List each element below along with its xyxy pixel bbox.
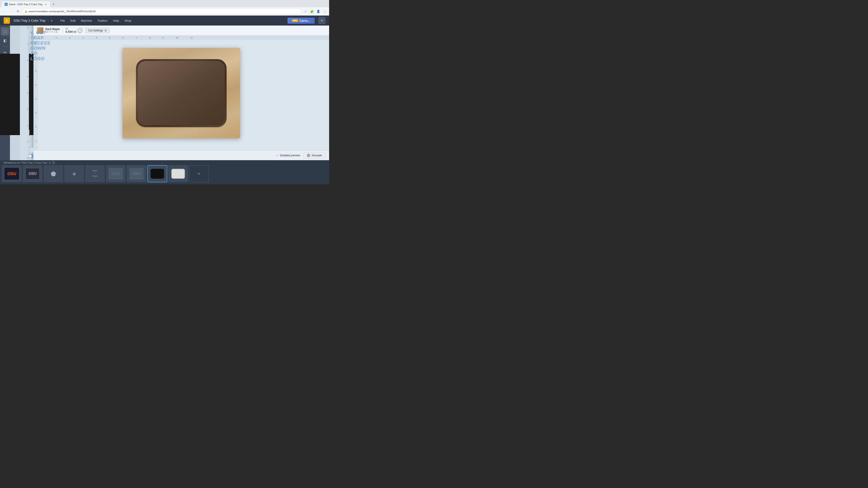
main-content: ⬚ ◧ ✏ ◎ T 🍎 ⬡ ⬒ 4. CUT TRAY RECESS DOWN … (0, 26, 329, 160)
header-nav: File Edit Machine Toolbox Help Shop (58, 18, 133, 23)
profile-icon[interactable]: 👤 (315, 8, 321, 14)
thumb-text-5: OSU🔹TRAY (92, 170, 97, 177)
app-header: E OSU Tray 2 Color Tray ☆ ⊕ File Edit Ma… (0, 15, 329, 26)
wood-board (123, 48, 240, 138)
right-panel: Hard Maple 10 × 7 × 1 in Bit 0.500 in + … (33, 26, 329, 160)
thumb-logo-1: OSU (7, 171, 16, 176)
wood-recess (136, 59, 226, 127)
logo-text: E (6, 19, 7, 22)
bit-text: Bit 0.500 in (66, 28, 76, 33)
nav-edit[interactable]: Edit (68, 18, 78, 23)
tab-bar: E Easel - OSU Tray 2 Color Tray ✕ + (0, 0, 329, 7)
ruler-mark-6: 6 (27, 59, 28, 61)
add-workpiece-button[interactable]: + (189, 165, 209, 182)
workpiece-thumb-5[interactable]: OSU🔹TRAY (85, 165, 105, 182)
bit-value: 0.500 in (66, 30, 76, 33)
carve-label: Carve... (300, 19, 310, 22)
thumb-inner-6: OSU (108, 168, 123, 180)
workpiece-thumb-6[interactable]: OSU (106, 165, 126, 182)
simulate-play-icon (307, 154, 310, 157)
nav-machine[interactable]: Machine (79, 18, 94, 23)
dropdown-icon[interactable]: ▾ (49, 161, 51, 164)
gear-icon: ⚙ (104, 29, 107, 32)
bit-info: Bit 0.500 in + (63, 28, 83, 33)
preview-footer: ✓ Detailed preview Simulate (33, 151, 329, 160)
workpiece-thumb-7[interactable]: OSU (127, 165, 147, 182)
star-icon[interactable]: ☆ (47, 19, 49, 22)
project-name: OSU Tray 2 Color Tray (13, 19, 46, 22)
nav-shop[interactable]: Shop (122, 18, 133, 23)
nav-help[interactable]: Help (111, 18, 121, 23)
thumb-inner-9 (171, 169, 185, 179)
workpiece-thumb-9[interactable] (168, 165, 188, 182)
shape-tool-button[interactable]: ◧ (1, 36, 9, 44)
preview-ruler-top: 01234567891011 (33, 35, 329, 40)
add-icon: + (197, 170, 200, 177)
canvas-area: 4. CUT TRAY RECESS DOWN TO LOGO 8 7 6 5 … (10, 26, 32, 160)
select-tool-button[interactable]: ⬚ (1, 27, 9, 35)
tab-close-button[interactable]: ✕ (44, 3, 47, 6)
canvas-instruction: 4. CUT TRAY RECESS DOWN TO LOGO (30, 30, 50, 61)
add-bit-button[interactable]: + (78, 28, 83, 33)
ruler-mark-2: 2 (27, 125, 28, 127)
workpieces-label: Workpieces for "OSU Tray 2 Color Tray" ▾… (0, 160, 329, 165)
cut-settings-button[interactable]: Cut Settings ⚙ (85, 28, 110, 33)
wood-recess-inner (138, 61, 225, 125)
project-title: OSU Tray 2 Color Tray ☆ ⊕ (13, 19, 53, 22)
workpiece-thumb-3[interactable]: ⬟ (43, 165, 63, 182)
nav-bar: ← → ↻ 🔒 easel.inventables.com/projects/L… (0, 7, 329, 15)
back-button[interactable]: ← (2, 8, 7, 14)
tab-title: Easel - OSU Tray 2 Color Tray (9, 3, 43, 6)
browser-chrome: E Easel - OSU Tray 2 Color Tray ✕ + ← → … (0, 0, 329, 15)
ruler-mark-5: 5 (27, 75, 28, 78)
workpiece-thumb-4[interactable]: ◈ (64, 165, 84, 182)
bottom-panel: Workpieces for "OSU Tray 2 Color Tray" ▾… (0, 160, 329, 184)
thumb-shape-4: ◈ (72, 171, 76, 177)
simulate-label: Simulate (311, 154, 322, 157)
bit-label: Bit (66, 28, 76, 30)
share-icon[interactable]: ⊕ (51, 19, 53, 22)
nav-toolbox[interactable]: Toolbox (95, 18, 110, 23)
thumb-logo-6: OSU (111, 171, 120, 176)
thumb-inner-5: OSU🔹TRAY (88, 168, 102, 180)
lock-icon: 🔒 (25, 10, 27, 13)
forward-button[interactable]: → (8, 8, 14, 14)
detailed-preview-label: Detailed preview (280, 154, 300, 157)
nav-actions: ☆ 🧩 👤 ⋮ (303, 8, 327, 14)
workpiece-thumb-8[interactable] (147, 165, 167, 182)
new-tab-button[interactable]: + (51, 2, 56, 7)
workpiece-thumb-2[interactable]: OSU (23, 165, 42, 182)
menu-icon[interactable]: ⋮ (322, 8, 327, 14)
thumb-inner-7: OSU (129, 168, 144, 180)
app-logo: E (4, 18, 10, 24)
checkmark-icon: ✓ (276, 154, 279, 157)
header-plus-button[interactable]: + (318, 17, 326, 24)
reload-button[interactable]: ↻ (16, 8, 21, 14)
simulate-button[interactable]: Simulate (304, 153, 326, 158)
thumb-logo-7: OSU (133, 172, 141, 176)
thumb-logo-2: OSU (29, 172, 37, 176)
thumb-inner-2: OSU (25, 168, 40, 180)
workpieces-scroll: OSU OSU ⬟ ◈ (0, 165, 329, 184)
ruler-mark-8: 8 (27, 26, 28, 29)
app-container: E OSU Tray 2 Color Tray ☆ ⊕ File Edit Ma… (0, 15, 329, 184)
info-icon[interactable]: ? (52, 161, 55, 164)
ruler-left: 8 7 6 5 4 3 2 1 0 (20, 26, 29, 160)
ruler-mark-4: 4 (27, 92, 28, 94)
active-tab[interactable]: E Easel - OSU Tray 2 Color Tray ✕ (2, 1, 50, 7)
bookmark-icon[interactable]: ☆ (303, 8, 308, 14)
right-panel-header: Hard Maple 10 × 7 × 1 in Bit 0.500 in + … (33, 26, 329, 35)
url-text: easel.inventables.com/projects/L_YfnXINK… (29, 10, 96, 13)
carve-button[interactable]: PRO Carve... (287, 18, 315, 24)
thumb-shape-3: ⬟ (51, 170, 56, 177)
nav-file[interactable]: File (58, 18, 67, 23)
address-bar[interactable]: 🔒 easel.inventables.com/projects/L_YfnXI… (22, 8, 302, 14)
extensions-icon[interactable]: 🧩 (309, 8, 315, 14)
workpiece-thumb-1[interactable]: OSU (2, 165, 22, 182)
workpieces-label-text: Workpieces for "OSU Tray 2 Color Tray" (4, 161, 48, 164)
thumb-inner-4: ◈ (67, 168, 81, 180)
pro-badge: PRO (292, 19, 298, 22)
cut-settings-label: Cut Settings (88, 29, 103, 32)
thumb-inner-3: ⬟ (46, 168, 61, 180)
detailed-preview-toggle[interactable]: ✓ Detailed preview (276, 154, 300, 157)
